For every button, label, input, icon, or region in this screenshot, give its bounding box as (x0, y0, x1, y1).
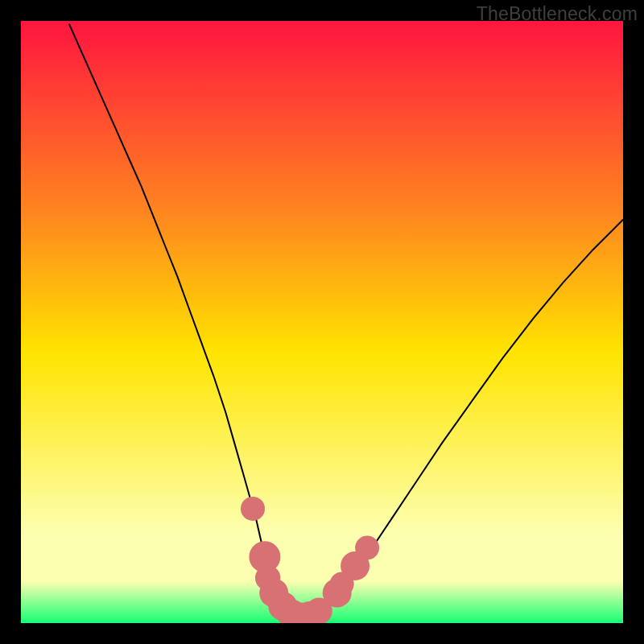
chart-frame: { "watermark": "TheBottleneck.com", "col… (0, 0, 644, 644)
plot-area (21, 21, 623, 623)
gradient-background (21, 21, 623, 623)
watermark-text: TheBottleneck.com (477, 3, 638, 25)
chart-svg (21, 21, 623, 623)
highlight-dot (355, 536, 379, 560)
highlight-dot (241, 497, 265, 521)
